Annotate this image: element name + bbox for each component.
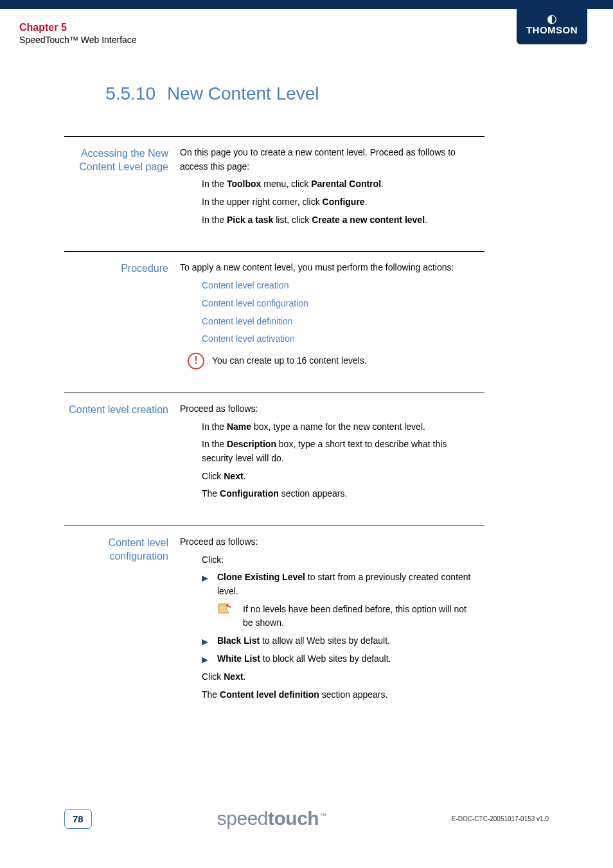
page-number: 78: [64, 809, 92, 829]
thomson-logo: ◐ THOMSON: [517, 9, 587, 44]
section-configuration: Content level configuration Proceed as f…: [64, 526, 484, 718]
config-intro: Proceed as follows:: [180, 535, 472, 549]
body-accessing: On this page you to create a new content…: [180, 146, 484, 231]
accessing-step1: In the Toolbox menu, click Parental Cont…: [202, 177, 472, 191]
creation-step3: Click Next.: [202, 470, 472, 484]
procedure-intro: To apply a new content level, you must p…: [180, 261, 472, 275]
accessing-step2: In the upper right corner, click Configu…: [202, 195, 472, 209]
procedure-link2[interactable]: Content level configuration: [202, 297, 472, 311]
page-header: Chapter 5 SpeedTouch™ Web Interface ◐ TH…: [0, 9, 613, 45]
side-label-procedure: Procedure: [64, 261, 180, 371]
section-creation: Content level creation Proceed as follow…: [64, 393, 484, 517]
creation-step1: In the Name box, type a name for the new…: [202, 420, 472, 434]
section-number: 5.5.10: [0, 84, 167, 104]
section-accessing: Accessing the New Content Level page On …: [64, 136, 484, 242]
triangle-right-icon: ▶: [202, 571, 217, 585]
page-footer: 78 speedtouch™ E-DOC-CTC-20051017-0153 v…: [0, 808, 613, 829]
body-creation: Proceed as follows: In the Name box, typ…: [180, 402, 484, 505]
warning-icon: !: [180, 353, 212, 369]
config-step-result: The Content level definition section app…: [202, 688, 472, 702]
side-label-creation: Content level creation: [64, 402, 180, 505]
config-note1-text: If no levels have been defined before, t…: [243, 603, 472, 630]
procedure-link4[interactable]: Content level activation: [202, 332, 472, 346]
chapter-title: Chapter 5: [19, 22, 137, 33]
speedtouch-logo: speedtouch™: [217, 808, 326, 829]
section-procedure: Procedure To apply a new content level, …: [64, 251, 484, 383]
procedure-link3[interactable]: Content level definition: [202, 315, 472, 329]
triangle-right-icon: ▶: [202, 634, 217, 648]
procedure-note-text: You can create up to 16 content levels.: [212, 354, 367, 368]
config-click: Click:: [202, 553, 472, 567]
creation-step4: The Configuration section appears.: [202, 487, 472, 501]
note-flag-icon: [217, 603, 243, 619]
section-title: New Content Level: [167, 84, 319, 104]
creation-intro: Proceed as follows:: [180, 402, 472, 416]
brand-name: THOMSON: [526, 24, 578, 35]
side-label-configuration: Content level configuration: [64, 535, 180, 706]
content: Accessing the New Content Level page On …: [0, 136, 613, 718]
config-bullet1: ▶ Clone Existing Level to start from a p…: [202, 571, 472, 598]
config-bullet3: ▶ White List to block all Web sites by d…: [202, 652, 472, 666]
side-label-accessing: Accessing the New Content Level page: [64, 146, 180, 231]
config-note1: If no levels have been defined before, t…: [217, 603, 472, 630]
procedure-link1[interactable]: Content level creation: [202, 279, 472, 293]
triangle-right-icon: ▶: [202, 652, 217, 666]
document-id: E-DOC-CTC-20051017-0153 v1.0: [452, 815, 549, 822]
config-bullet2: ▶ Black List to allow all Web sites by d…: [202, 634, 472, 648]
globe-icon: ◐: [526, 13, 578, 24]
top-bar: [0, 0, 613, 9]
main-title: 5.5.10 New Content Level: [0, 84, 613, 104]
creation-step2: In the Description box, type a short tex…: [202, 438, 472, 465]
accessing-step3: In the Pick a task list, click Create a …: [202, 213, 472, 227]
procedure-note: ! You can create up to 16 content levels…: [180, 353, 472, 369]
body-configuration: Proceed as follows: Click: ▶ Clone Exist…: [180, 535, 484, 706]
chapter-subtitle: SpeedTouch™ Web Interface: [19, 35, 137, 45]
config-step-next: Click Next.: [202, 670, 472, 684]
accessing-intro: On this page you to create a new content…: [180, 146, 472, 173]
chapter-block: Chapter 5 SpeedTouch™ Web Interface: [19, 22, 137, 45]
body-procedure: To apply a new content level, you must p…: [180, 261, 484, 371]
